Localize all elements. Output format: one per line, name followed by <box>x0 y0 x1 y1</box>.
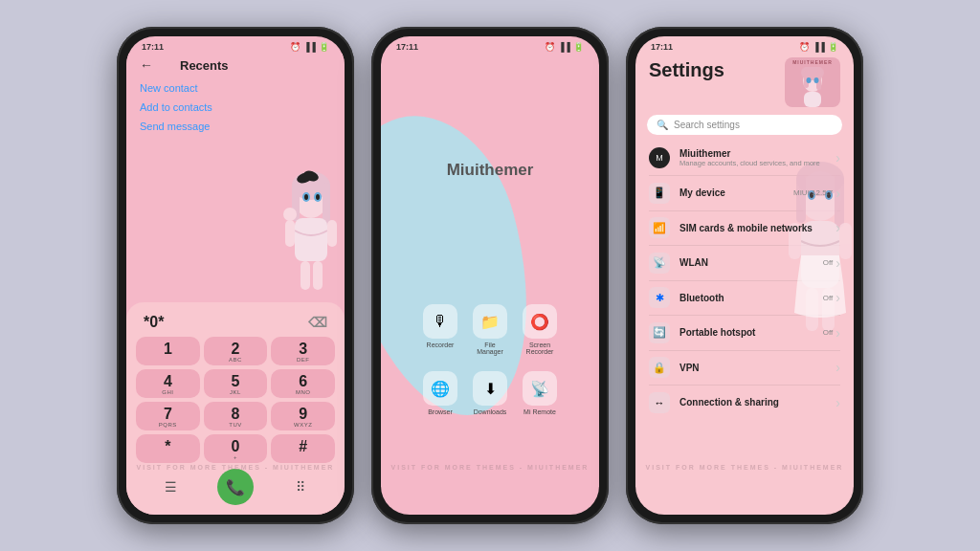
mydevice-content: My device <box>679 187 784 198</box>
settings-item-vpn[interactable]: 🔒 VPN <box>635 350 854 385</box>
phone-1: 17:11 ⏰ ▐▐ 🔋 ← Recents New contact Add t… <box>117 27 354 524</box>
settings-item-connection[interactable]: ↔ Connection & sharing <box>635 386 854 420</box>
wlan-right: Off <box>823 255 840 271</box>
back-button[interactable]: ← <box>140 57 153 73</box>
alarm-icon-2: ⏰ <box>545 42 555 52</box>
settings-list: M Miuithemer Manage accounts, cloud serv… <box>635 141 854 515</box>
file-manager-label: File Manager <box>473 342 507 355</box>
wlan-chevron <box>835 255 840 271</box>
add-contacts-link[interactable]: Add to contacts <box>140 101 331 113</box>
svg-point-21 <box>814 77 819 83</box>
alarm-icon: ⏰ <box>290 42 301 52</box>
signal-icon-2: ▐▐ <box>558 42 570 52</box>
svg-rect-11 <box>285 220 295 247</box>
status-bar-1: 17:11 ⏰ ▐▐ 🔋 <box>126 36 345 54</box>
sim-title: SIM cards & mobile networks <box>679 223 826 233</box>
dial-key-1[interactable]: 1 <box>136 337 200 365</box>
apps-row-1: 🎙 Recorder 📁 File Manager ⭕ Screen Recor… <box>423 304 557 355</box>
dial-key-2[interactable]: 2ABC <box>204 337 268 365</box>
screen-recorder-icon: ⭕ <box>523 304 557 339</box>
dialpad-grid: 1 2ABC 3DEF 4GHI 5JKL 6MNO 7PQRS 8TUV 9W… <box>136 337 335 463</box>
anime-character-1 <box>258 168 345 302</box>
dial-key-hash[interactable]: # <box>271 434 335 463</box>
send-message-link[interactable]: Send message <box>140 121 331 132</box>
dial-key-0[interactable]: 0+ <box>204 434 268 463</box>
badge-label: MIUITHEMER <box>785 59 840 65</box>
status-icons-3: ⏰ ▐▐ 🔋 <box>799 42 838 52</box>
dial-key-6[interactable]: 6MNO <box>271 369 335 398</box>
status-time-3: 17:11 <box>651 42 673 52</box>
app-recorder[interactable]: 🎙 Recorder <box>423 304 457 355</box>
settings-item-mydevice[interactable]: 📱 My device MIUI 12.5.7 <box>635 176 854 210</box>
bluetooth-title: Bluetooth <box>679 293 813 303</box>
miuithemer-sub: Manage accounts, cloud services, and mor… <box>679 159 826 167</box>
dial-key-star[interactable]: * <box>136 434 200 463</box>
dial-key-3[interactable]: 3DEF <box>271 337 335 365</box>
recents-links: New contact Add to contacts Send message <box>126 77 345 138</box>
status-time-1: 17:11 <box>142 42 164 52</box>
app-downloads[interactable]: ⬇ Downloads <box>473 371 507 415</box>
search-placeholder: Search settings <box>674 120 740 130</box>
dial-key-4[interactable]: 4GHI <box>136 369 200 398</box>
downloads-label: Downloads <box>474 408 507 415</box>
mydevice-icon: 📱 <box>649 183 670 204</box>
search-icon: 🔍 <box>657 120 668 130</box>
screen-recorder-label: Screen Recorder <box>523 342 557 355</box>
svg-rect-22 <box>804 92 821 107</box>
connection-icon: ↔ <box>649 392 670 413</box>
miuithemer-icon: M <box>649 147 670 168</box>
app-file-manager[interactable]: 📁 File Manager <box>473 304 507 355</box>
mi-remote-icon: 📡 <box>523 371 557 406</box>
dialpad-bottom: ☰ 📞 ⠿ <box>136 463 335 507</box>
recorder-icon: 🎙 <box>423 304 457 339</box>
wlan-value: Off <box>823 258 834 267</box>
svg-rect-12 <box>327 220 337 247</box>
settings-header: Settings MIUITHEMER <box>635 54 854 111</box>
hotspot-content: Portable hotspot <box>679 327 813 338</box>
call-button[interactable]: 📞 <box>217 469 254 505</box>
connection-content: Connection & sharing <box>679 397 826 408</box>
miuithemer-content: Miuithemer Manage accounts, cloud servic… <box>679 148 826 167</box>
home-brand-name: Miuithemer <box>447 161 534 180</box>
sim-chevron <box>835 220 840 235</box>
svg-point-9 <box>316 194 320 200</box>
miuithemer-title: Miuithemer <box>679 148 826 159</box>
settings-item-miuithemer[interactable]: M Miuithemer Manage accounts, cloud serv… <box>635 141 854 175</box>
mydevice-right: MIUI 12.5.7 <box>793 186 840 201</box>
dial-key-5[interactable]: 5JKL <box>204 369 268 398</box>
bluetooth-content: Bluetooth <box>679 293 813 303</box>
recents-header: ← Recents <box>126 54 345 77</box>
settings-item-hotspot[interactable]: 🔄 Portable hotspot Off <box>635 316 854 350</box>
settings-search-bar[interactable]: 🔍 Search settings <box>647 115 842 135</box>
hotspot-chevron <box>835 325 840 341</box>
mydevice-value: MIUI 12.5.7 <box>793 188 833 197</box>
dialpad-display: *0* ⌫ <box>136 310 335 337</box>
new-contact-link[interactable]: New contact <box>140 82 331 94</box>
settings-title: Settings <box>649 59 724 81</box>
miuithemer-chevron <box>835 150 840 165</box>
file-manager-icon: 📁 <box>473 304 507 339</box>
dial-key-8[interactable]: 8TUV <box>204 402 268 430</box>
vpn-content: VPN <box>679 363 826 373</box>
dial-key-9[interactable]: 9WXYZ <box>271 402 335 430</box>
dialpad-menu-icon[interactable]: ☰ <box>155 472 186 502</box>
settings-item-sim[interactable]: 📶 SIM cards & mobile networks <box>635 210 854 245</box>
app-browser[interactable]: 🌐 Browser <box>423 371 457 415</box>
svg-rect-10 <box>295 218 327 261</box>
bluetooth-icon: ✱ <box>649 287 670 308</box>
settings-item-wlan[interactable]: 📡 WLAN Off <box>635 246 854 280</box>
bluetooth-chevron <box>835 290 840 305</box>
dialpad-toggle-icon[interactable]: ⠿ <box>285 472 316 502</box>
status-icons-1: ⏰ ▐▐ 🔋 <box>290 42 329 52</box>
sim-content: SIM cards & mobile networks <box>679 223 826 233</box>
settings-item-bluetooth[interactable]: ✱ Bluetooth Off <box>635 280 854 315</box>
status-bar-2: 17:11 ⏰ ▐▐ 🔋 <box>381 36 599 54</box>
settings-badge: MIUITHEMER <box>785 57 840 107</box>
badge-anime-icon <box>785 67 840 107</box>
app-screen-recorder[interactable]: ⭕ Screen Recorder <box>523 304 557 355</box>
backspace-icon[interactable]: ⌫ <box>308 315 327 330</box>
app-mi-remote[interactable]: 📡 Mi Remote <box>523 371 557 415</box>
dial-key-7[interactable]: 7PQRS <box>136 402 200 430</box>
recents-area: ← Recents New contact Add to contacts Se… <box>126 54 345 302</box>
hotspot-value: Off <box>823 328 834 337</box>
